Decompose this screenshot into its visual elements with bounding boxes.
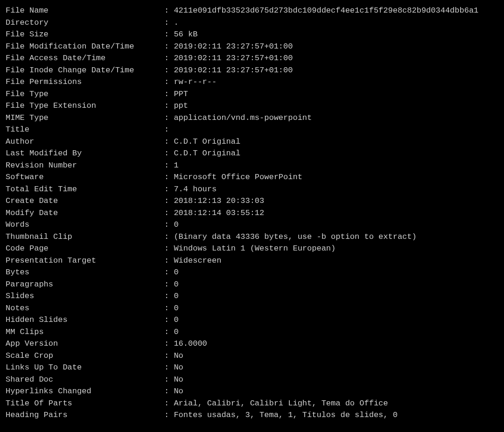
metadata-value: 2018:12:14 03:55:12	[174, 207, 264, 219]
metadata-row: Title:	[6, 124, 498, 136]
metadata-separator: :	[164, 326, 174, 338]
metadata-row: Revision Number: 1	[6, 160, 498, 172]
metadata-separator: :	[164, 136, 174, 148]
metadata-label: Shared Doc	[6, 374, 164, 386]
metadata-value: 16.0000	[174, 338, 207, 350]
metadata-value: 2019:02:11 23:27:57+01:00	[174, 41, 293, 53]
metadata-label: Hidden Slides	[6, 314, 164, 326]
metadata-row: Shared Doc: No	[6, 374, 498, 386]
metadata-separator: :	[164, 124, 174, 136]
metadata-separator: :	[164, 28, 174, 41]
metadata-label: File Permissions	[6, 76, 164, 88]
metadata-value: rw-r--r--	[174, 76, 217, 88]
metadata-separator: :	[164, 88, 174, 100]
metadata-separator: :	[164, 362, 174, 374]
metadata-row: File Access Date/Time: 2019:02:11 23:27:…	[6, 52, 498, 64]
metadata-row: Author: C.D.T Original	[6, 136, 498, 148]
metadata-value: 0	[174, 266, 178, 279]
metadata-label: File Inode Change Date/Time	[6, 64, 164, 77]
metadata-value: .	[174, 17, 178, 29]
metadata-separator: :	[164, 171, 174, 183]
metadata-label: Paragraphs	[6, 279, 164, 291]
metadata-label: Create Date	[6, 195, 164, 207]
metadata-separator: :	[164, 279, 174, 291]
metadata-row: Last Modified By: C.D.T Original	[6, 147, 498, 160]
metadata-value: 0	[174, 326, 178, 338]
metadata-row: Create Date: 2018:12:13 20:33:03	[6, 195, 498, 207]
metadata-row: MIME Type: application/vnd.ms-powerpoint	[6, 112, 498, 124]
metadata-value: 2019:02:11 23:27:57+01:00	[174, 52, 293, 64]
metadata-separator: :	[164, 64, 174, 77]
metadata-value: 2018:12:13 20:33:03	[174, 195, 264, 207]
metadata-label: Title	[6, 124, 164, 136]
metadata-separator: :	[164, 160, 174, 172]
metadata-separator: :	[164, 338, 174, 350]
metadata-separator: :	[164, 374, 174, 386]
metadata-separator: :	[164, 266, 174, 279]
metadata-label: File Type	[6, 88, 164, 100]
metadata-label: MIME Type	[6, 112, 164, 124]
metadata-value: 7.4 hours	[174, 183, 217, 195]
metadata-label: File Type Extension	[6, 100, 164, 112]
metadata-row: Heading Pairs: Fontes usadas, 3, Tema, 1…	[6, 409, 498, 421]
metadata-separator: :	[164, 195, 174, 207]
metadata-separator: :	[164, 207, 174, 219]
metadata-row: File Type: PPT	[6, 88, 498, 100]
metadata-label: Thumbnail Clip	[6, 231, 164, 243]
metadata-separator: :	[164, 100, 174, 112]
metadata-label: Software	[6, 171, 164, 183]
metadata-separator: :	[164, 147, 174, 160]
metadata-label: Scale Crop	[6, 350, 164, 362]
metadata-separator: :	[164, 243, 174, 255]
metadata-value: Microsoft Office PowerPoint	[174, 171, 302, 183]
metadata-label: Revision Number	[6, 160, 164, 172]
metadata-row: App Version: 16.0000	[6, 338, 498, 350]
metadata-row: Modify Date: 2018:12:14 03:55:12	[6, 207, 498, 219]
metadata-row: Thumbnail Clip: (Binary data 43336 bytes…	[6, 231, 498, 243]
metadata-value: 0	[174, 302, 178, 314]
metadata-value: Windows Latin 1 (Western European)	[174, 243, 336, 255]
metadata-label: File Access Date/Time	[6, 52, 164, 64]
metadata-row: Scale Crop: No	[6, 350, 498, 362]
metadata-separator: :	[164, 255, 174, 267]
metadata-separator: :	[164, 290, 174, 302]
metadata-value: No	[174, 385, 183, 397]
metadata-value: 4211e091dfb33523d675d273bdc109ddecf4ee1c…	[174, 5, 478, 17]
metadata-value: Widescreen	[174, 255, 221, 267]
metadata-value: ppt	[174, 100, 188, 112]
metadata-value: 56 kB	[174, 28, 197, 41]
metadata-separator: :	[164, 17, 174, 29]
metadata-separator: :	[164, 397, 174, 410]
metadata-row: MM Clips: 0	[6, 326, 498, 338]
metadata-value: C.D.T Original	[174, 136, 240, 148]
metadata-label: Bytes	[6, 266, 164, 279]
metadata-label: Directory	[6, 17, 164, 29]
metadata-value: 0	[174, 314, 178, 326]
metadata-row: Hyperlinks Changed: No	[6, 385, 498, 397]
metadata-value: C.D.T Original	[174, 147, 240, 160]
metadata-label: Modify Date	[6, 207, 164, 219]
metadata-value: application/vnd.ms-powerpoint	[174, 112, 312, 124]
metadata-value: 0	[174, 290, 178, 302]
metadata-label: Code Page	[6, 243, 164, 255]
metadata-row: Bytes: 0	[6, 266, 498, 279]
metadata-value: Arial, Calibri, Calibri Light, Tema do O…	[174, 397, 388, 410]
metadata-separator: :	[164, 385, 174, 397]
metadata-separator: :	[164, 231, 174, 243]
metadata-row: File Permissions: rw-r--r--	[6, 76, 498, 88]
metadata-label: Links Up To Date	[6, 362, 164, 374]
metadata-label: File Modification Date/Time	[6, 41, 164, 53]
metadata-separator: :	[164, 5, 174, 17]
metadata-separator: :	[164, 52, 174, 64]
metadata-value: 0	[174, 279, 178, 291]
metadata-row: Slides: 0	[6, 290, 498, 302]
metadata-row: File Name: 4211e091dfb33523d675d273bdc10…	[6, 5, 498, 17]
metadata-row: Total Edit Time: 7.4 hours	[6, 183, 498, 195]
metadata-row: File Modification Date/Time: 2019:02:11 …	[6, 41, 498, 53]
metadata-label: Notes	[6, 302, 164, 314]
metadata-value: No	[174, 362, 183, 374]
metadata-row: File Type Extension: ppt	[6, 100, 498, 112]
metadata-value: (Binary data 43336 bytes, use -b option …	[174, 231, 416, 243]
metadata-separator: :	[164, 409, 174, 421]
metadata-row: Notes: 0	[6, 302, 498, 314]
